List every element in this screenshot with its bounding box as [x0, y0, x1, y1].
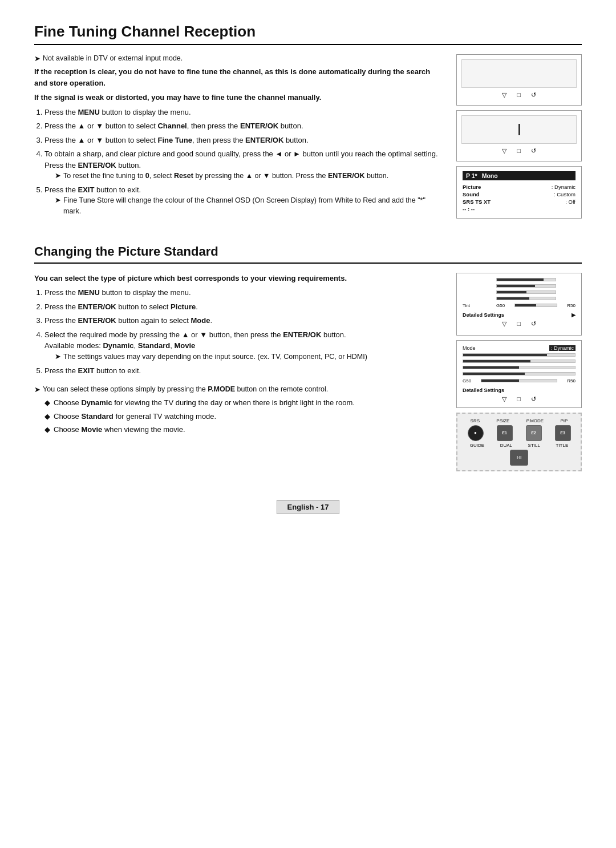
tv-ctrl-square2: □	[517, 147, 521, 155]
note-pmode: ➤ You can select these options simply by…	[34, 385, 443, 394]
step2-2: Press the ENTER/OK button to select Pict…	[44, 301, 443, 313]
bar-colour	[463, 297, 576, 300]
footer-badge: English - 17	[277, 500, 340, 514]
bar2-2	[463, 360, 576, 363]
tv-controls-3: ▽ □ ↺	[463, 320, 576, 328]
tv-ctrl-square: □	[517, 91, 521, 99]
step2-3: Press the ENTER/OK button again to selec…	[44, 315, 443, 326]
bullet-list: ◆ Choose Dynamic for viewing the TV duri…	[44, 397, 443, 435]
bullet-movie: ◆ Choose Movie when viewing the movie.	[44, 424, 443, 435]
tv-controls-4: ▽ □ ↺	[463, 395, 576, 403]
detail-settings-2: Detailed Settings	[463, 387, 576, 393]
detail-settings-1: Detailed Settings ▶	[463, 312, 576, 318]
ctrl-sq3: □	[517, 320, 521, 328]
tv-controls-2: ▽ □ ↺	[461, 147, 577, 155]
step1-1: Press the MENU button to display the men…	[44, 107, 443, 118]
bar2-tint: G50 R50	[463, 378, 576, 383]
section2-steps: Press the MENU button to display the men…	[44, 287, 443, 376]
bar-brightness	[463, 284, 576, 288]
step2-4: Select the required mode by pressing the…	[44, 329, 443, 362]
tv-ctrl-down: ▽	[502, 91, 506, 99]
remote-btn-e1[interactable]: E1	[497, 425, 513, 441]
arrow-icon2: ➤	[55, 171, 61, 181]
footer: English - 17	[34, 494, 582, 514]
section2-intro: You can select the type of picture which…	[34, 273, 443, 284]
remote-btn-dot[interactable]: ●	[468, 425, 484, 441]
remote-control-diagram: SRS PSIZE P.MODE PIP ● E1 E2 E3 GUIDE DU…	[456, 413, 582, 471]
arrow-icon3: ➤	[55, 195, 61, 206]
ctrl-down3: ▽	[502, 320, 506, 328]
menu-channel: P 1*	[466, 172, 477, 179]
remote-row1: ● E1 E2 E3	[462, 425, 576, 441]
remote-top-labels: SRS PSIZE P.MODE PIP	[462, 418, 576, 423]
picture-diagram-1: Tint G50 R50 Detailed Settings ▶ ▽ □ ↺	[456, 273, 582, 336]
menu-diagram: P 1* Mono Picture : Dynamic Sound : Cust…	[456, 166, 582, 219]
tv-diagram-1: ▽ □ ↺	[456, 54, 582, 106]
step1-2: Press the ▲ or ▼ button to select Channe…	[44, 120, 443, 132]
bar2-1	[463, 353, 576, 357]
diamond-icon3: ◆	[44, 424, 50, 435]
tv-controls-1: ▽ □ ↺	[461, 91, 577, 99]
section2-title: Changing the Picture Standard	[34, 244, 582, 264]
menu-row-picture: Picture : Dynamic	[463, 184, 576, 190]
ctrl-circ3: ↺	[531, 320, 536, 328]
ctrl-sq4: □	[517, 395, 521, 403]
sub-note2: ➤ Fine Tune Store will change the colour…	[55, 195, 443, 217]
remote-bottom-labels: GUIDE DUAL STILL TITLE	[462, 443, 576, 448]
section2-text: You can select the type of picture which…	[34, 273, 443, 471]
arrow-icon5: ➤	[34, 385, 40, 394]
mode-value: : Dynamic	[549, 345, 576, 351]
remote-btn-e3[interactable]: E3	[555, 425, 571, 441]
bar-sharpness	[463, 290, 576, 294]
section1-content: ➤ Not available in DTV or external input…	[34, 54, 582, 221]
tv-diagram-2: ▽ □ ↺	[456, 110, 582, 161]
picture-diagram-2: Mode : Dynamic G50 R50	[456, 340, 582, 408]
section2-content: You can select the type of picture which…	[34, 273, 582, 471]
section1-steps: Press the MENU button to display the men…	[44, 107, 443, 217]
section1-diagrams: ▽ □ ↺ ▽ □ ↺ P 1* Mono Picture :	[456, 54, 582, 221]
arrow-icon4: ➤	[55, 352, 61, 362]
step1-3: Press the ▲ or ▼ button to select Fine T…	[44, 135, 443, 146]
bar2-4	[463, 372, 576, 375]
ctrl-circ4: ↺	[531, 395, 536, 403]
sub-note1: ➤ To reset the fine tuning to 0, select …	[55, 171, 443, 181]
menu-row-dash: -- : --	[463, 206, 576, 212]
section1-text: ➤ Not available in DTV or external input…	[34, 54, 443, 221]
section2-notes: ➤ You can select these options simply by…	[34, 385, 443, 435]
available-modes: Available modes: Dynamic, Standard, Movi…	[44, 341, 195, 350]
bullet-dynamic: ◆ Choose Dynamic for viewing the TV duri…	[44, 397, 443, 409]
section1-para1: If the reception is clear, you do not ha…	[34, 66, 443, 88]
step2-5: Press the EXIT button to exit.	[44, 365, 443, 377]
remote-row2: I-II	[462, 450, 576, 466]
mode-row: Mode : Dynamic	[463, 345, 576, 351]
section1-note1: ➤ Not available in DTV or external input…	[34, 54, 443, 63]
bar-tint: Tint G50 R50	[463, 303, 576, 308]
menu-row-sound: Sound : Custom	[463, 191, 576, 197]
section1-para2: If the signal is weak or distorted, you …	[34, 92, 443, 103]
bar2-3	[463, 366, 576, 369]
menu-header: P 1* Mono	[463, 171, 576, 180]
ctrl-down4: ▽	[502, 395, 506, 403]
sub-note3: ➤ The settings values may vary depending…	[55, 352, 443, 362]
bar-contrast	[463, 278, 576, 281]
tv-ctrl-circle2: ↺	[531, 147, 536, 155]
step1-5: Press the EXIT button to exit. ➤ Fine Tu…	[44, 184, 443, 217]
menu-row-srs: SRS TS XT : Off	[463, 199, 576, 205]
diamond-icon1: ◆	[44, 397, 50, 409]
bullet-standard: ◆ Choose Standard for general TV watchin…	[44, 411, 443, 422]
section2-diagrams: Tint G50 R50 Detailed Settings ▶ ▽ □ ↺ M…	[456, 273, 582, 471]
menu-sound: Mono	[482, 172, 498, 179]
tv-ctrl-circle: ↺	[531, 91, 536, 99]
remote-btn-e2[interactable]: E2	[526, 425, 542, 441]
arrow-icon: ➤	[34, 54, 40, 63]
step1-4: To obtain a sharp, and clear picture and…	[44, 148, 443, 181]
diamond-icon2: ◆	[44, 411, 50, 422]
remote-btn-i-ii[interactable]: I-II	[510, 450, 528, 466]
section1-title: Fine Tuning Channel Reception	[34, 23, 582, 45]
tv-ctrl-down2: ▽	[502, 147, 506, 155]
step2-1: Press the MENU button to display the men…	[44, 287, 443, 298]
